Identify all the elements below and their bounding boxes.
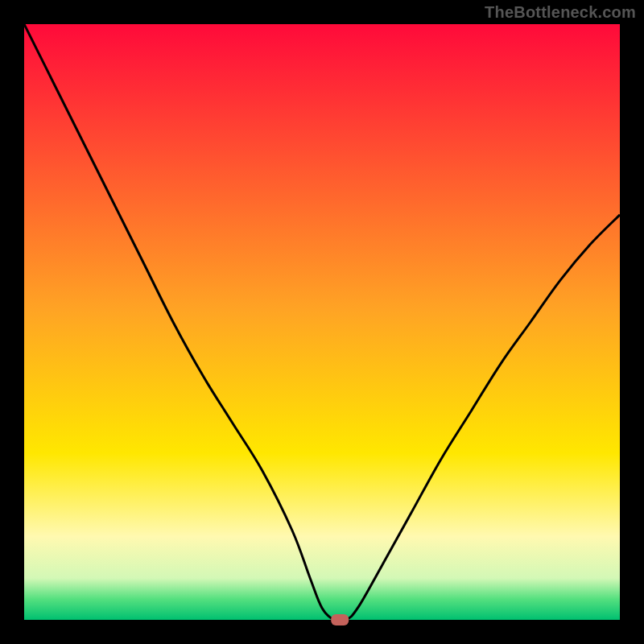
chart-container: TheBottleneck.com: [0, 0, 644, 644]
optimal-point-marker: [331, 614, 349, 625]
watermark-text: TheBottleneck.com: [485, 3, 636, 22]
bottleneck-chart: [0, 0, 644, 644]
